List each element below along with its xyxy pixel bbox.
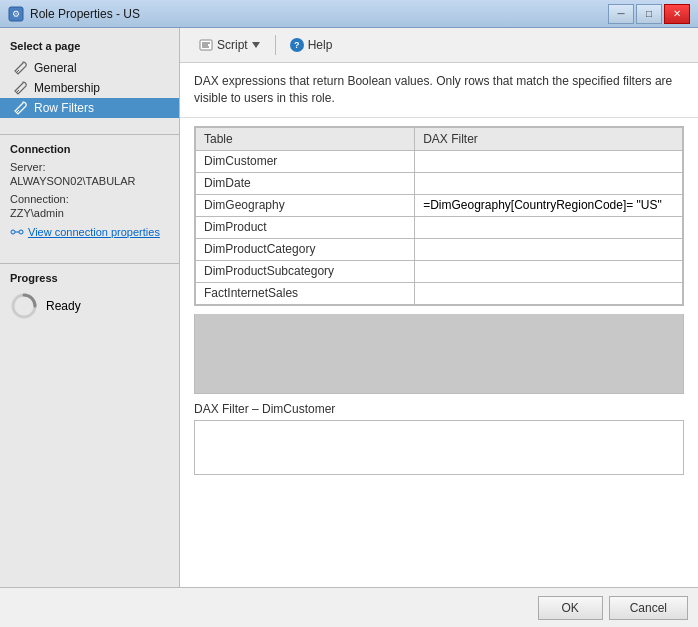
filter-table-container: Table DAX Filter DimCustomerDimDateDimGe… <box>194 126 684 306</box>
table-row[interactable]: FactInternetSales <box>196 282 683 304</box>
gray-extension-area <box>194 314 684 394</box>
table-cell-dax[interactable] <box>415 238 683 260</box>
window-title: Role Properties - US <box>30 7 140 21</box>
server-value: ALWAYSON02\TABULAR <box>10 175 169 187</box>
restore-button[interactable]: □ <box>636 4 662 24</box>
app-icon: ⚙ <box>8 6 24 22</box>
progress-status: Ready <box>46 299 81 313</box>
toolbar-separator <box>275 35 276 55</box>
table-cell-dax[interactable] <box>415 282 683 304</box>
table-row[interactable]: DimDate <box>196 172 683 194</box>
help-label: Help <box>308 38 333 52</box>
sidebar-item-general-label: General <box>34 61 77 75</box>
svg-text:⚙: ⚙ <box>12 9 20 19</box>
table-row[interactable]: DimProduct <box>196 216 683 238</box>
main-container: Select a page General Membership Row Fil… <box>0 28 698 587</box>
script-button[interactable]: Script <box>190 34 269 56</box>
svg-line-4 <box>17 110 19 112</box>
table-row[interactable]: DimCustomer <box>196 150 683 172</box>
table-cell-name: DimProductCategory <box>196 238 415 260</box>
connection-value: ZZY\admin <box>10 207 169 219</box>
table-cell-name: DimProductSubcategory <box>196 260 415 282</box>
col-header-table: Table <box>196 127 415 150</box>
progress-title: Progress <box>10 272 169 284</box>
table-cell-dax[interactable] <box>415 260 683 282</box>
svg-point-6 <box>19 230 23 234</box>
wrench-icon-membership <box>14 81 28 95</box>
connection-icon <box>10 225 24 239</box>
wrench-icon-rowfilters <box>14 101 28 115</box>
sidebar-item-row-filters[interactable]: Row Filters <box>0 98 179 118</box>
dropdown-arrow-icon <box>252 42 260 48</box>
table-cell-name: DimDate <box>196 172 415 194</box>
dax-filter-label: DAX Filter – DimCustomer <box>180 394 698 420</box>
wrench-icon <box>14 61 28 75</box>
table-cell-name: FactInternetSales <box>196 282 415 304</box>
sidebar: Select a page General Membership Row Fil… <box>0 28 180 587</box>
sidebar-item-membership[interactable]: Membership <box>0 78 179 98</box>
svg-point-5 <box>11 230 15 234</box>
table-cell-dax[interactable]: =DimGeography[CountryRegionCode]= "US" <box>415 194 683 216</box>
filter-table: Table DAX Filter DimCustomerDimDateDimGe… <box>195 127 683 305</box>
server-label: Server: <box>10 161 169 173</box>
svg-line-2 <box>17 70 19 72</box>
table-row[interactable]: DimProductSubcategory <box>196 260 683 282</box>
connection-label: Connection: <box>10 193 169 205</box>
table-cell-dax[interactable] <box>415 172 683 194</box>
description-text: DAX expressions that return Boolean valu… <box>180 63 698 118</box>
spinner-icon <box>10 292 38 320</box>
table-cell-name: DimCustomer <box>196 150 415 172</box>
connection-title: Connection <box>10 143 169 155</box>
table-row[interactable]: DimGeography=DimGeography[CountryRegionC… <box>196 194 683 216</box>
sidebar-item-membership-label: Membership <box>34 81 100 95</box>
col-header-dax: DAX Filter <box>415 127 683 150</box>
connection-section: Connection Server: ALWAYSON02\TABULAR Co… <box>0 134 179 247</box>
sidebar-item-row-filters-label: Row Filters <box>34 101 94 115</box>
select-page-label: Select a page <box>0 36 179 58</box>
help-circle-icon: ? <box>290 38 304 52</box>
close-button[interactable]: ✕ <box>664 4 690 24</box>
table-cell-name: DimGeography <box>196 194 415 216</box>
content-area: Script ? Help DAX expressions that retur… <box>180 28 698 587</box>
bottom-bar: OK Cancel <box>0 587 698 627</box>
sidebar-item-general[interactable]: General <box>0 58 179 78</box>
script-icon <box>199 39 213 51</box>
cancel-button[interactable]: Cancel <box>609 596 688 620</box>
table-row[interactable]: DimProductCategory <box>196 238 683 260</box>
dax-filter-input[interactable] <box>194 420 684 475</box>
toolbar: Script ? Help <box>180 28 698 63</box>
svg-line-3 <box>17 90 19 92</box>
view-connection-properties-link[interactable]: View connection properties <box>10 225 169 239</box>
table-cell-dax[interactable] <box>415 150 683 172</box>
minimize-button[interactable]: ─ <box>608 4 634 24</box>
help-button[interactable]: ? Help <box>282 35 341 55</box>
title-bar: ⚙ Role Properties - US ─ □ ✕ <box>0 0 698 28</box>
table-cell-dax[interactable] <box>415 216 683 238</box>
ok-button[interactable]: OK <box>538 596 603 620</box>
script-label: Script <box>217 38 248 52</box>
table-cell-name: DimProduct <box>196 216 415 238</box>
connection-link-label: View connection properties <box>28 226 160 238</box>
progress-section: Progress Ready <box>0 263 179 328</box>
svg-marker-13 <box>252 42 260 48</box>
window-controls: ─ □ ✕ <box>608 4 690 24</box>
